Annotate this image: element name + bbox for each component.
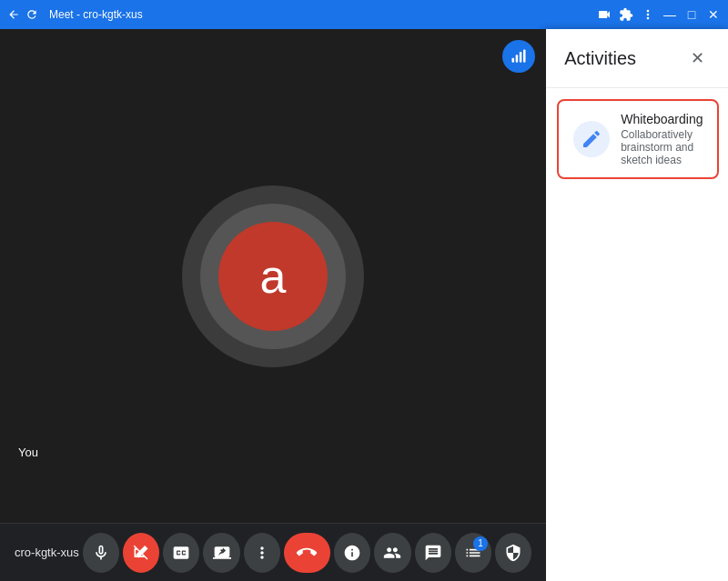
title-bar-controls [7,8,38,21]
svg-rect-2 [520,52,522,63]
whiteboarding-description: Collaboratively brainstorm and sketch id… [621,128,703,166]
svg-rect-1 [516,55,519,62]
end-call-button[interactable] [284,533,330,573]
back-btn[interactable] [7,8,20,21]
whiteboarding-item[interactable]: Whiteboarding Collaboratively brainstorm… [557,99,719,179]
close-btn[interactable]: ✕ [706,7,721,22]
menu-icon[interactable] [641,7,655,22]
video-area: a You cro-kgtk-xus [0,29,546,581]
avatar-inner-ring: a [200,204,346,349]
activities-button[interactable]: 1 [455,533,491,573]
whiteboarding-text: Whiteboarding Collaboratively brainstorm… [621,112,703,166]
security-button[interactable] [495,533,531,573]
mic-button[interactable] [83,533,119,573]
video-content: a You [0,29,546,523]
title-bar: Meet - cro-kgtk-xus — □ ✕ [0,0,728,29]
panel-close-button[interactable]: ✕ [682,44,712,73]
meeting-code: cro-kgtk-xus [15,546,79,559]
panel-header: Activities ✕ [546,29,728,88]
camera-icon[interactable] [597,7,612,22]
svg-rect-3 [523,50,526,63]
activities-overlay-button[interactable] [502,40,535,73]
extensions-icon[interactable] [619,7,633,22]
minimize-btn[interactable]: — [662,7,677,22]
captions-button[interactable] [163,533,199,573]
avatar: a [218,222,328,331]
refresh-btn[interactable] [25,8,38,21]
info-button[interactable] [334,533,370,573]
present-button[interactable] [203,533,239,573]
whiteboarding-icon [573,121,610,157]
svg-rect-0 [512,58,515,63]
main-layout: a You cro-kgtk-xus [0,29,728,581]
bottom-bar: cro-kgtk-xus [0,523,546,581]
avatar-outer-ring: a [182,185,364,367]
chat-button[interactable] [415,533,451,573]
activities-panel: Activities ✕ Whiteboarding Collaborative… [546,29,728,581]
you-label: You [18,446,38,459]
people-button[interactable] [374,533,410,573]
maximize-btn[interactable]: □ [684,7,699,22]
whiteboarding-name: Whiteboarding [621,112,703,126]
camera-button[interactable] [123,533,159,573]
window-title: Meet - cro-kgtk-xus [49,8,590,21]
activities-badge: 1 [473,536,488,551]
more-button[interactable] [244,533,280,573]
panel-title: Activities [564,48,682,69]
title-bar-actions: — □ ✕ [597,7,721,22]
